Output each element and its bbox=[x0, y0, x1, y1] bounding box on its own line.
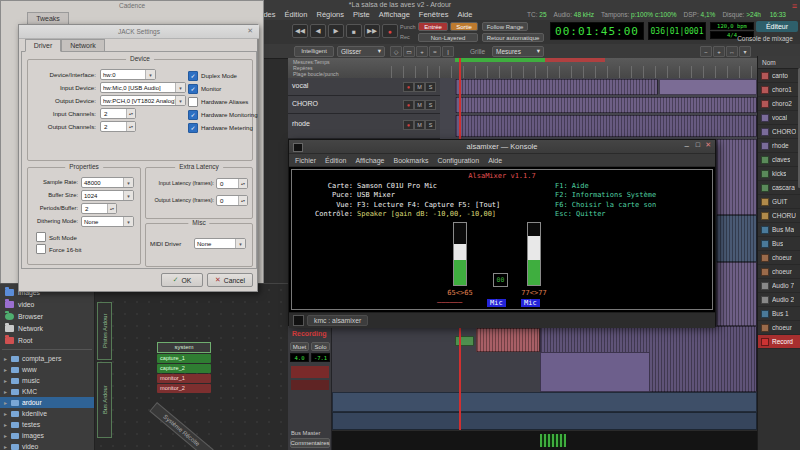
checkbox[interactable]: ✓ Hardware Aliases bbox=[188, 95, 250, 108]
checkbox-box-icon[interactable]: ✓ bbox=[188, 110, 198, 120]
mute-button[interactable]: M bbox=[414, 120, 425, 130]
ruler-row-label[interactable]: Plage boucle/punch bbox=[293, 71, 339, 77]
transport-button[interactable]: ◀◀ bbox=[292, 24, 308, 38]
ruler-ticks[interactable] bbox=[380, 66, 757, 78]
tree-item[interactable]: ▸ ardour bbox=[0, 397, 94, 408]
sidebar-track-row[interactable]: CHORU bbox=[758, 209, 800, 223]
expand-arrow-icon[interactable]: ▸ bbox=[4, 410, 11, 417]
record-enable-button[interactable]: ● bbox=[403, 82, 414, 92]
sidebar-track-row[interactable]: rhode bbox=[758, 139, 800, 153]
audio-region[interactable] bbox=[716, 215, 757, 262]
tree-item[interactable]: ▸ images bbox=[0, 430, 94, 441]
tree-item[interactable]: ▸ www bbox=[0, 364, 94, 375]
solo-button[interactable]: Solo bbox=[311, 342, 330, 351]
node-title[interactable]: system bbox=[157, 342, 211, 353]
checkbox-box-icon[interactable]: ✓ bbox=[188, 71, 198, 81]
transport-button[interactable]: ▶ bbox=[328, 24, 344, 38]
audio-region[interactable] bbox=[455, 336, 474, 346]
expand-arrow-icon[interactable]: ▸ bbox=[4, 355, 11, 362]
sidebar-track-row[interactable]: vocal bbox=[758, 111, 800, 125]
tree-item[interactable]: ▸ kdenlive bbox=[0, 408, 94, 419]
cadence-title[interactable]: Cadence bbox=[1, 1, 263, 9]
spinner-arrows-icon[interactable]: ▴▾ bbox=[126, 122, 135, 131]
audio-region[interactable] bbox=[716, 262, 757, 326]
minimize-icon[interactable]: – bbox=[685, 141, 689, 150]
maximize-icon[interactable]: □ bbox=[696, 141, 700, 148]
sidebar-track-row[interactable]: GUIT bbox=[758, 195, 800, 209]
input-channels-spinner[interactable]: 2▴▾ bbox=[100, 108, 136, 119]
tool-button[interactable]: ≈ bbox=[429, 46, 441, 57]
sidebar-track-row[interactable]: Audio 2 bbox=[758, 293, 800, 307]
place-item[interactable]: video bbox=[0, 298, 94, 310]
tree-item[interactable]: ▸ music bbox=[0, 375, 94, 386]
transport-button[interactable]: ● bbox=[382, 24, 398, 38]
close-icon[interactable]: ✕ bbox=[705, 141, 711, 149]
menu-item[interactable]: Affichage bbox=[355, 157, 384, 164]
tab-driver[interactable]: Driver bbox=[25, 39, 61, 52]
spinner-arrows-icon[interactable]: ▴▾ bbox=[238, 179, 247, 188]
checkbox-box-icon[interactable]: ✓ bbox=[188, 84, 198, 94]
punch-out-button[interactable]: Sortie bbox=[450, 22, 478, 31]
audio-region[interactable] bbox=[455, 97, 757, 113]
mixer-button[interactable]: Console de mixage bbox=[730, 33, 800, 43]
patchbay-system-node[interactable]: system capture_1capture_2 monitor_1monit… bbox=[157, 342, 211, 393]
sidebar-track-row[interactable]: choro1 bbox=[758, 83, 800, 97]
checkbox-box-icon[interactable]: ✓ bbox=[36, 232, 46, 242]
audio-region[interactable] bbox=[716, 139, 757, 215]
input-device-dropdown[interactable]: hw:Mic,0 [USB Audio]▾ bbox=[100, 82, 186, 93]
audio-region[interactable] bbox=[540, 352, 650, 392]
audio-input-port[interactable]: monitor_1 bbox=[157, 374, 211, 383]
audio-region[interactable] bbox=[476, 328, 540, 352]
punch-in-button[interactable]: Entrée bbox=[418, 22, 448, 31]
summary-strip[interactable] bbox=[332, 430, 757, 450]
record-enable-button[interactable]: ● bbox=[403, 120, 414, 130]
audio-output-port[interactable]: capture_1 bbox=[157, 354, 211, 363]
patchbay-group-tracks[interactable]: Pistes Ardour bbox=[97, 302, 112, 360]
playhead[interactable] bbox=[459, 58, 461, 139]
sample-rate-dropdown[interactable]: 48000▾ bbox=[81, 177, 134, 188]
track-header-rhode[interactable]: rhode ● M S bbox=[288, 114, 440, 139]
transport-button[interactable]: ■ bbox=[346, 24, 362, 38]
checkbox-box-icon[interactable]: ✓ bbox=[36, 244, 46, 254]
expand-arrow-icon[interactable]: ▸ bbox=[4, 432, 11, 439]
tree-item[interactable]: ▸ KMC bbox=[0, 386, 94, 397]
sidebar-track-row[interactable]: Record bbox=[758, 335, 800, 349]
menu-item[interactable]: Affichage bbox=[379, 10, 410, 19]
sidebar-track-row[interactable]: Audio 7 bbox=[758, 279, 800, 293]
terminal-tab[interactable]: kmc : alsamixer bbox=[307, 315, 368, 326]
place-item[interactable]: Root bbox=[0, 334, 94, 346]
sidebar-track-row[interactable]: cascara bbox=[758, 181, 800, 195]
auto-return-button[interactable]: Retour automatique bbox=[482, 33, 544, 42]
tempo-display[interactable]: 120,0 bpm bbox=[710, 22, 754, 30]
tool-button[interactable]: | bbox=[442, 46, 454, 57]
checkbox[interactable]: ✓ Monitor bbox=[188, 82, 250, 95]
menu-item[interactable]: Configuration bbox=[438, 157, 480, 164]
secondary-clock[interactable]: 036|01|0001 bbox=[648, 22, 706, 40]
terminal[interactable]: AlsaMixer v1.1.7 Carte:Samson C01U Pro M… bbox=[289, 167, 715, 312]
expand-arrow-icon[interactable]: ▸ bbox=[4, 366, 11, 373]
tree-item[interactable]: ▸ compta_pers bbox=[0, 353, 94, 364]
main-clock[interactable]: 00:01:45:00 bbox=[550, 22, 644, 40]
zoom-button[interactable]: + bbox=[713, 46, 725, 57]
tree-item[interactable]: ▸ video bbox=[0, 441, 94, 450]
checkbox-box-icon[interactable]: ✓ bbox=[188, 123, 198, 133]
output-device-dropdown[interactable]: hw:PCH,0 [VT1802 Analog]▾ bbox=[100, 95, 186, 106]
transport-button[interactable]: ◀ bbox=[310, 24, 326, 38]
audio-region[interactable] bbox=[455, 115, 757, 137]
track-header-vocal[interactable]: vocal ● M S bbox=[288, 78, 440, 96]
mute-button[interactable]: M bbox=[414, 82, 425, 92]
recording-track-label[interactable]: Recording bbox=[292, 330, 327, 337]
sidebar-track-row[interactable]: choeur bbox=[758, 251, 800, 265]
tool-button[interactable]: ◇ bbox=[390, 46, 402, 57]
transport-button[interactable]: ▶▶ bbox=[364, 24, 380, 38]
follow-range-button[interactable]: Follow Range bbox=[482, 22, 528, 31]
menu-burger-icon[interactable]: ≡ bbox=[792, 1, 797, 11]
menu-item[interactable]: Fenêtres bbox=[419, 10, 449, 19]
tree-item[interactable]: ▸ testes bbox=[0, 419, 94, 430]
konsole-titlebar[interactable]: alsamixer — Konsole – □ ✕ bbox=[289, 140, 715, 154]
audio-region[interactable] bbox=[332, 412, 757, 430]
zoom-button[interactable]: ↔ bbox=[726, 46, 738, 57]
solo-button[interactable]: S bbox=[425, 120, 436, 130]
audio-region[interactable] bbox=[455, 79, 658, 95]
device-interface-dropdown[interactable]: hw:0▾ bbox=[100, 69, 156, 80]
